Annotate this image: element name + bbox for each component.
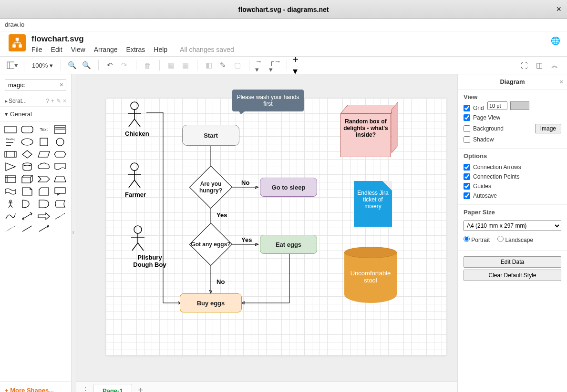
node-decision-hungry[interactable]: Are you hungry? — [189, 166, 232, 209]
node-start[interactable]: Start — [182, 125, 239, 146]
conn-points-checkbox[interactable] — [464, 173, 470, 180]
guides-checkbox[interactable] — [464, 183, 470, 190]
menu-view[interactable]: View — [71, 46, 85, 53]
shape-document[interactable] — [53, 162, 67, 171]
page-tab-1[interactable]: Page-1 — [93, 384, 132, 392]
background-checkbox[interactable] — [464, 125, 470, 132]
edit-data-button[interactable]: Edit Data — [464, 256, 561, 268]
window-close-button[interactable]: × — [556, 4, 561, 14]
shape-cylinder[interactable] — [21, 162, 34, 171]
background-image-button[interactable]: Image — [535, 124, 561, 133]
shape-bidirectional-arrow[interactable] — [21, 211, 34, 221]
zoom-out-icon[interactable]: 🔍 — [81, 60, 93, 71]
collapse-icon[interactable]: ︽ — [549, 60, 560, 71]
paper-size-select[interactable]: A4 (210 mm x 297 mm) — [464, 221, 561, 231]
shape-rounded-rect[interactable] — [21, 125, 34, 134]
shape-cube[interactable] — [21, 174, 34, 184]
conn-arrows-checkbox[interactable] — [464, 164, 470, 171]
fill-color-icon[interactable]: ◧ — [203, 60, 215, 71]
grid-checkbox[interactable] — [464, 105, 470, 111]
clear-style-button[interactable]: Clear Default Style — [464, 270, 561, 281]
shape-process[interactable] — [4, 150, 17, 159]
canvas[interactable]: Please wash your hands first Chicken Far… — [76, 74, 457, 392]
panel-close-icon[interactable]: × — [559, 78, 563, 85]
edge-label-yes-2[interactable]: Yes — [241, 236, 252, 243]
shape-dotted-line[interactable] — [4, 224, 17, 233]
shape-trapezoid[interactable] — [53, 174, 67, 184]
line-color-icon[interactable]: ✎ — [217, 60, 229, 71]
scratchpad-help-icon[interactable]: ? — [46, 98, 49, 104]
page-view-checkbox[interactable] — [464, 114, 470, 121]
shape-line[interactable] — [21, 224, 34, 233]
scratchpad-edit-icon[interactable]: ✎ — [56, 98, 61, 104]
node-actor-dough-boy[interactable]: Pilsbury Dough Boy — [116, 225, 159, 268]
landscape-radio[interactable] — [497, 236, 504, 242]
menu-extras[interactable]: Extras — [126, 46, 145, 53]
menu-arrange[interactable]: Arrange — [94, 46, 118, 53]
shape-or[interactable] — [21, 199, 34, 209]
zoom-level[interactable]: 100% ▾ — [30, 61, 55, 70]
menu-file[interactable]: File — [31, 46, 42, 53]
fullscreen-icon[interactable]: ⛶ — [518, 60, 530, 71]
file-name[interactable]: flowchart.svg — [31, 34, 562, 44]
shape-rect[interactable] — [4, 125, 17, 134]
shape-curve[interactable] — [4, 211, 17, 221]
shape-text[interactable]: Text — [37, 125, 51, 134]
shape-parallelogram[interactable] — [37, 150, 51, 159]
shape-step[interactable] — [37, 174, 51, 184]
shape-and[interactable] — [37, 199, 51, 209]
node-decision-eggs[interactable]: Got any eggs? — [189, 223, 232, 266]
menu-edit[interactable]: Edit — [51, 46, 62, 53]
node-eat[interactable]: Eat eggs — [260, 235, 317, 254]
node-buy[interactable]: Buy eggs — [180, 293, 242, 312]
more-shapes-button[interactable]: More Shapes... — [0, 382, 71, 392]
shape-internal-storage[interactable] — [4, 174, 17, 184]
autosave-checkbox[interactable] — [464, 192, 470, 199]
language-icon[interactable]: 🌐 — [551, 36, 560, 45]
node-actor-farmer[interactable]: Farmer — [125, 162, 144, 198]
portrait-radio[interactable] — [464, 236, 470, 242]
shape-textbox[interactable] — [53, 125, 67, 134]
shape-note[interactable] — [21, 187, 34, 196]
shape-cloud[interactable] — [37, 162, 51, 171]
shape-directional-connector[interactable] — [37, 224, 51, 233]
menu-help[interactable]: Help — [154, 46, 167, 53]
sidebar-toggle-icon[interactable]: ▾ — [7, 60, 18, 71]
shape-dashed-line[interactable] — [53, 211, 67, 221]
shape-diamond[interactable] — [21, 150, 34, 159]
shape-arrow[interactable] — [37, 211, 51, 221]
node-callout[interactable]: Please wash your hands first — [232, 90, 304, 111]
edge-label-no-1[interactable]: No — [241, 179, 249, 186]
waypoint-icon[interactable]: ┌→ ▾ — [269, 60, 281, 71]
shape-actor[interactable] — [4, 199, 17, 209]
node-cylinder[interactable]: Uncomfortable stool — [344, 247, 397, 309]
shape-circle[interactable] — [53, 137, 67, 147]
shape-square[interactable] — [37, 137, 51, 147]
scratchpad-label[interactable]: Scrat... — [9, 98, 27, 104]
shape-triangle[interactable] — [4, 162, 17, 171]
undo-icon[interactable]: ↶ — [104, 60, 116, 71]
shape-search-input[interactable] — [5, 79, 66, 91]
grid-color-swatch[interactable] — [510, 101, 529, 110]
shadow-icon[interactable]: ▢ — [232, 60, 243, 71]
shape-data-storage[interactable] — [53, 199, 67, 209]
add-page-button[interactable]: + — [134, 385, 147, 392]
shape-callout[interactable] — [53, 187, 67, 196]
format-panel-icon[interactable]: ◫ — [534, 60, 545, 71]
shape-card[interactable] — [37, 187, 51, 196]
to-front-icon[interactable]: ▦ — [165, 60, 177, 71]
edge-label-no-2[interactable]: No — [216, 278, 225, 285]
zoom-in-icon[interactable]: 🔍 — [67, 60, 78, 71]
scratchpad-close-icon[interactable]: × — [63, 98, 66, 104]
shape-hexagon[interactable] — [53, 150, 67, 159]
shape-heading[interactable]: Heading▬▬▬▬▬ — [4, 137, 18, 147]
node-cube[interactable]: Random box of delights - what's inside? — [340, 105, 398, 157]
shadow-checkbox[interactable] — [464, 136, 470, 143]
connection-icon[interactable]: → ▾ — [255, 60, 267, 71]
search-clear-icon[interactable]: × — [60, 81, 63, 89]
shape-tape[interactable] — [4, 187, 17, 196]
grid-size-input[interactable] — [487, 101, 507, 110]
drawing-page[interactable]: Please wash your hands first Chicken Far… — [106, 98, 446, 355]
redo-icon[interactable]: ↷ — [119, 60, 130, 71]
node-sleep[interactable]: Go to sleep — [260, 178, 317, 197]
